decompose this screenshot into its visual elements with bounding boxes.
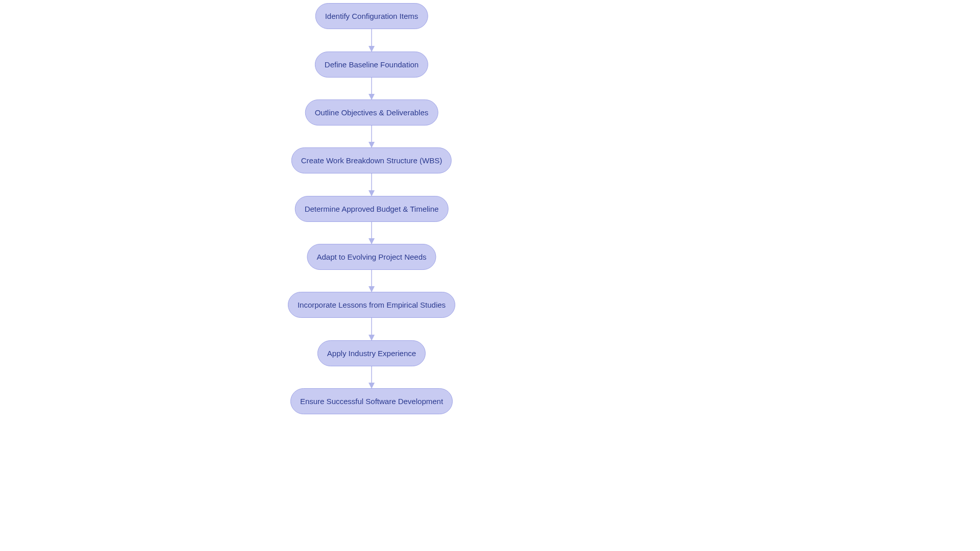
flowchart-canvas: Identify Configuration ItemsDefine Basel…: [0, 0, 980, 551]
flowchart-node-n8: Apply Industry Experience: [317, 340, 426, 366]
flowchart-node-n6: Adapt to Evolving Project Needs: [307, 244, 436, 270]
node-label: Ensure Successful Software Development: [300, 397, 443, 406]
flowchart-node-n9: Ensure Successful Software Development: [290, 388, 453, 414]
node-label: Apply Industry Experience: [327, 349, 416, 358]
flowchart-node-n7: Incorporate Lessons from Empirical Studi…: [288, 292, 455, 318]
node-label: Create Work Breakdown Structure (WBS): [301, 156, 442, 165]
node-label: Incorporate Lessons from Empirical Studi…: [298, 300, 446, 309]
node-label: Define Baseline Foundation: [325, 60, 419, 69]
node-label: Determine Approved Budget & Timeline: [305, 205, 439, 213]
node-label: Outline Objectives & Deliverables: [315, 108, 429, 117]
flowchart-node-n2: Define Baseline Foundation: [315, 52, 428, 78]
flowchart-node-n4: Create Work Breakdown Structure (WBS): [291, 147, 452, 173]
flowchart-node-n5: Determine Approved Budget & Timeline: [295, 196, 449, 222]
flowchart-node-n3: Outline Objectives & Deliverables: [305, 99, 438, 126]
arrows-layer: [0, 0, 980, 551]
flowchart-node-n1: Identify Configuration Items: [315, 3, 428, 29]
node-label: Identify Configuration Items: [325, 12, 419, 20]
node-label: Adapt to Evolving Project Needs: [316, 253, 426, 261]
